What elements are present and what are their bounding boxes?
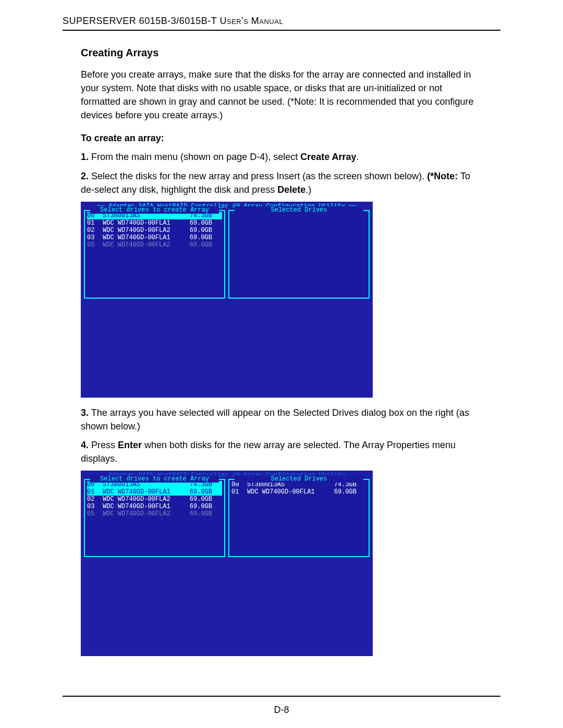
step-3: 3. The arrays you have selected will app… xyxy=(81,406,482,433)
bios-screenshot-1: ══ Adaptec SATA HostRAID Controller #0 A… xyxy=(81,202,373,398)
drive-row: 03WDC WD740GD-00FLA169.0GB xyxy=(87,503,222,510)
drive-row: 02WDC WD740GD-00FLA269.0GB xyxy=(87,227,222,234)
drive-row: 01WDC WD740GD-00FLA169.0GB xyxy=(231,488,366,496)
drive-row: 01WDC WD740GD-00FLA169.0GB xyxy=(87,219,222,227)
step-1: 1. From the main menu (shown on page D-4… xyxy=(81,150,482,164)
page-header: SUPERSERVER 6015B-3/6015B-T User's Manua… xyxy=(63,16,500,27)
page-number: D-8 xyxy=(0,705,563,715)
drive-row: 05WDC WD740GD-00FLA269.0GB xyxy=(87,241,222,249)
bios1-left-rows: 00ST380013AS74.3GB01WDC WD740GD-00FLA169… xyxy=(87,212,222,249)
intro-paragraph: Before you create arrays, make sure that… xyxy=(81,68,482,122)
drive-row: 02WDC WD740GD-00FLA269.0GB xyxy=(87,496,222,503)
drive-row-selected: 01WDC WD740GD-00FLA169.0GB xyxy=(87,488,222,496)
bios2-right-rows: 00ST380013AS74.3GB01WDC WD740GD-00FLA169… xyxy=(231,481,366,496)
step-2: 2. Select the disks for the new array an… xyxy=(81,169,482,196)
bios2-left-title: Select drives to create Array xyxy=(90,475,219,483)
bios1-left-title: Select drives to create Array xyxy=(90,206,219,214)
bios1-right-title: Selected Drives xyxy=(235,206,363,214)
header-rule xyxy=(63,30,500,31)
bios1-right-panel: Selected Drives xyxy=(228,210,370,299)
bios2-left-panel: Select drives to create Array 00ST380013… xyxy=(84,479,225,557)
footer-rule xyxy=(63,696,500,697)
drive-row: 03WDC WD740GD-00FLA169.0GB xyxy=(87,234,222,241)
bios-screenshot-2: Adaptec SATA HostRAID Controller #0 Arra… xyxy=(81,471,373,656)
subheading: To create an array: xyxy=(81,131,482,145)
bios2-right-title: Selected Drives xyxy=(235,475,363,483)
bios2-right-panel: Selected Drives 00ST380013AS74.3GB01WDC … xyxy=(228,479,370,557)
step-4: 4. Press Enter when both disks for the n… xyxy=(81,438,482,465)
bios1-left-panel: Select drives to create Array 00ST380013… xyxy=(84,210,225,299)
drive-row: 05WDC WD740GD-00FLA269.0GB xyxy=(87,510,222,517)
bios2-left-rows: 00ST380013AS74.3GB01WDC WD740GD-00FLA169… xyxy=(87,481,222,517)
section-title: Creating Arrays xyxy=(81,45,482,60)
